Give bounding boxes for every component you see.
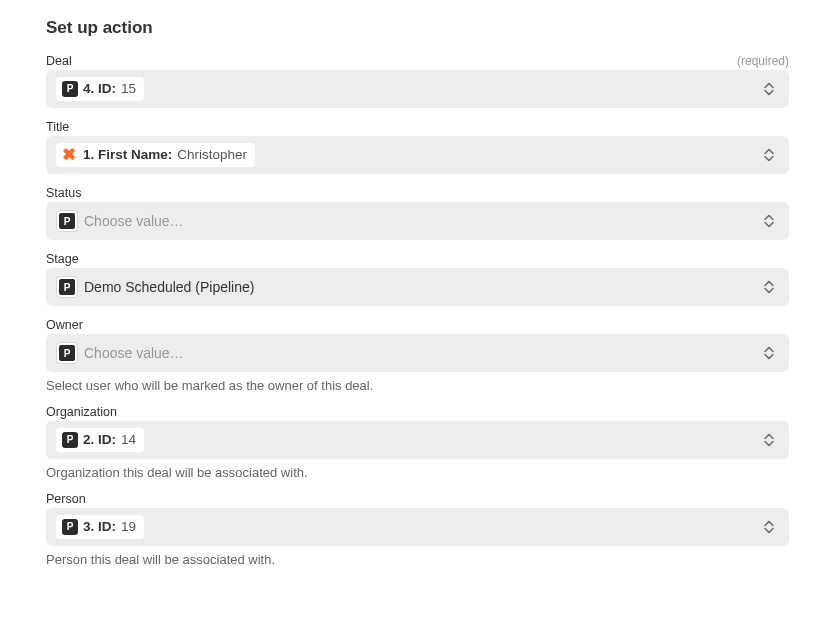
page-title: Set up action xyxy=(46,18,789,38)
label-title: Title xyxy=(46,120,69,134)
owner-select[interactable]: P Choose value… xyxy=(46,334,789,372)
label-person: Person xyxy=(46,492,86,506)
chevron-sort-icon xyxy=(763,347,775,360)
title-select[interactable]: 1. First Name: Christopher xyxy=(46,136,789,174)
title-pill-val: Christopher xyxy=(177,146,247,164)
owner-help: Select user who will be marked as the ow… xyxy=(46,378,789,393)
chevron-sort-icon xyxy=(763,521,775,534)
chevron-sort-icon xyxy=(763,149,775,162)
deal-select[interactable]: P 4. ID: 15 xyxy=(46,70,789,108)
person-pill-key: 3. ID: xyxy=(83,518,116,536)
title-value-pill: 1. First Name: Christopher xyxy=(56,143,255,167)
field-deal: Deal (required) P 4. ID: 15 xyxy=(46,54,789,108)
deal-pill-key: 4. ID: xyxy=(83,80,116,98)
pipedrive-icon: P xyxy=(56,210,78,232)
pipedrive-icon: P xyxy=(56,342,78,364)
zapier-icon xyxy=(62,147,78,163)
pipedrive-icon: P xyxy=(62,81,78,97)
person-help: Person this deal will be associated with… xyxy=(46,552,789,567)
field-owner: Owner P Choose value… Select user who wi… xyxy=(46,318,789,393)
label-deal: Deal xyxy=(46,54,72,68)
title-pill-key: 1. First Name: xyxy=(83,146,172,164)
field-stage: Stage P Demo Scheduled (Pipeline) xyxy=(46,252,789,306)
deal-value-pill: P 4. ID: 15 xyxy=(56,77,144,101)
chevron-sort-icon xyxy=(763,281,775,294)
organization-help: Organization this deal will be associate… xyxy=(46,465,789,480)
field-organization: Organization P 2. ID: 14 Organization th… xyxy=(46,405,789,480)
chevron-sort-icon xyxy=(763,83,775,96)
status-select[interactable]: P Choose value… xyxy=(46,202,789,240)
owner-placeholder: Choose value… xyxy=(84,345,184,361)
label-owner: Owner xyxy=(46,318,83,332)
organization-pill-key: 2. ID: xyxy=(83,431,116,449)
field-title: Title 1. First Name: Christopher xyxy=(46,120,789,174)
person-select[interactable]: P 3. ID: 19 xyxy=(46,508,789,546)
status-placeholder: Choose value… xyxy=(84,213,184,229)
chevron-sort-icon xyxy=(763,434,775,447)
label-status: Status xyxy=(46,186,81,200)
organization-select[interactable]: P 2. ID: 14 xyxy=(46,421,789,459)
label-organization: Organization xyxy=(46,405,117,419)
pipedrive-icon: P xyxy=(62,519,78,535)
stage-value: Demo Scheduled (Pipeline) xyxy=(84,279,254,295)
label-stage: Stage xyxy=(46,252,79,266)
person-pill-val: 19 xyxy=(121,518,136,536)
deal-pill-val: 15 xyxy=(121,80,136,98)
person-value-pill: P 3. ID: 19 xyxy=(56,515,144,539)
organization-pill-val: 14 xyxy=(121,431,136,449)
field-person: Person P 3. ID: 19 Person this deal will… xyxy=(46,492,789,567)
chevron-sort-icon xyxy=(763,215,775,228)
pipedrive-icon: P xyxy=(56,276,78,298)
field-status: Status P Choose value… xyxy=(46,186,789,240)
required-indicator: (required) xyxy=(737,54,789,68)
stage-select[interactable]: P Demo Scheduled (Pipeline) xyxy=(46,268,789,306)
organization-value-pill: P 2. ID: 14 xyxy=(56,428,144,452)
pipedrive-icon: P xyxy=(62,432,78,448)
